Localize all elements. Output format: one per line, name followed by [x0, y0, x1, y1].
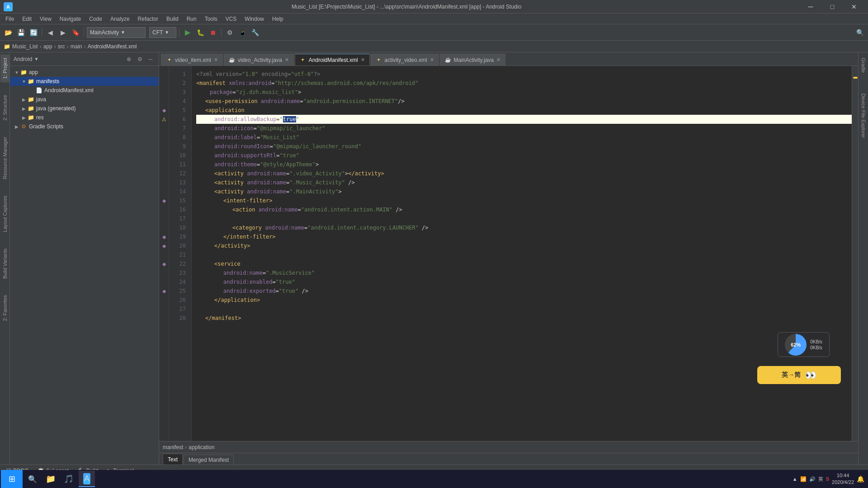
code-content[interactable]: <?xml version="1.0" encoding="utf-8"?> <… [192, 66, 852, 441]
toolbar-sync-btn[interactable]: 🔄 [28, 27, 39, 38]
menu-navigate[interactable]: Navigate [56, 15, 85, 23]
code-text-23: android:name=".MusicService" [196, 268, 315, 277]
tray-arrow[interactable]: ▲ [793, 476, 797, 482]
toolbar-back-btn[interactable]: ◀ [45, 27, 56, 38]
window-controls: ─ □ ✕ [800, 0, 864, 14]
avd-btn[interactable]: 📱 [237, 27, 248, 38]
translate-widget[interactable]: 英→简 👀 [757, 366, 841, 384]
tab-merged-manifest[interactable]: Merged Manifest [184, 455, 234, 465]
folder-icon-app: 📁 [20, 69, 27, 76]
tab-close-androidmanifest[interactable]: ✕ [361, 57, 365, 63]
sidebar-tab-structure[interactable]: 2: Structure [0, 91, 9, 124]
breadcrumb-src[interactable]: src [58, 43, 65, 50]
sidebar-tab-project[interactable]: 1: Project [0, 54, 9, 82]
device-file-tab-btn[interactable]: Device File Explorer [859, 90, 868, 141]
bottom-path-application[interactable]: application [189, 444, 214, 450]
project-dropdown-icon[interactable]: ▼ [34, 56, 38, 61]
taskbar-file-explorer[interactable]: 📁 [42, 471, 59, 487]
menu-analyze[interactable]: Analyze [107, 15, 133, 23]
tray-lang[interactable]: 英 [818, 476, 823, 483]
run-button[interactable]: ▶ [182, 27, 193, 38]
tree-item-gradle-scripts[interactable]: ▶ ⚙ Gradle Scripts [10, 122, 159, 131]
tab-video-item-xml[interactable]: ✦ video_item.xml ✕ [161, 54, 223, 66]
sdk-btn[interactable]: 🔧 [250, 27, 260, 38]
tree-item-java-gen[interactable]: ▶ 📁 java (generated) [10, 104, 159, 113]
code-text-7: android:icon="@mipmap/ic_launcher" [196, 124, 326, 133]
project-collapse-btn[interactable]: ─ [146, 55, 155, 64]
sidebar-tab-captures[interactable]: Layout Captures [0, 192, 9, 236]
menu-edit[interactable]: Edit [19, 15, 35, 23]
close-button[interactable]: ✕ [844, 0, 864, 14]
tab-androidmanifest-xml[interactable]: ✦ AndroidManifest.xml ✕ [295, 54, 370, 66]
code-line-28: </manifest> [196, 314, 852, 323]
sidebar-tab-resource[interactable]: Resource Manager [0, 133, 9, 183]
tab-mainactivity-java[interactable]: ☕ MainActivity.java ✕ [440, 54, 505, 66]
code-editor[interactable]: ◆ ⚠ ◆ ◆ ◆ ◆ ◆ [159, 66, 858, 441]
sidebar-tab-build-variants[interactable]: Build Variants [0, 245, 9, 282]
minimize-button[interactable]: ─ [800, 0, 821, 14]
sync-gradle-btn[interactable]: ⚙ [224, 27, 235, 38]
menu-view[interactable]: View [36, 15, 55, 23]
start-button[interactable]: ⊞ [1, 470, 23, 488]
toolbar-bookmark-btn[interactable]: 🔖 [70, 27, 81, 38]
tab-activity-video-xml[interactable]: ✦ activity_video.xml ✕ [371, 54, 439, 66]
toolbar-forward-btn[interactable]: ▶ [57, 27, 68, 38]
menu-window[interactable]: Window [241, 15, 268, 23]
menu-bar: File Edit View Navigate Code Analyze Ref… [0, 14, 868, 24]
maximize-button[interactable]: □ [822, 0, 843, 14]
menu-tools[interactable]: Tools [201, 15, 221, 23]
menu-run[interactable]: Run [183, 15, 200, 23]
project-panel: Android ▼ ⊕ ⚙ ─ ▼ 📁 app ▼ 📁 manife [10, 52, 159, 465]
sidebar-tab-favorites[interactable]: 2: Favorites [0, 291, 9, 324]
menu-build[interactable]: Build [163, 15, 182, 23]
tab-close-video-item[interactable]: ✕ [214, 57, 218, 63]
menu-refactor[interactable]: Refactor [134, 15, 162, 23]
project-locate-btn[interactable]: ⊕ [124, 55, 133, 64]
project-settings-btn[interactable]: ⚙ [135, 55, 144, 64]
code-text-5: <application [196, 106, 245, 115]
search-everywhere-btn[interactable]: 🔍 [854, 27, 865, 38]
toolbar-save-btn[interactable]: 💾 [15, 27, 26, 38]
menu-code[interactable]: Code [85, 15, 106, 23]
breadcrumb-music-list[interactable]: Music_List [12, 43, 38, 50]
gutter-5: ◆ [159, 106, 169, 115]
menu-vcs[interactable]: VCS [222, 15, 241, 23]
breadcrumb-main[interactable]: main [71, 43, 82, 50]
bottom-path-manifest[interactable]: manifest [163, 444, 183, 450]
taskbar-android-studio[interactable]: A [79, 471, 95, 487]
file-explorer-icon: 📁 [46, 474, 56, 484]
breadcrumb-app[interactable]: app [43, 43, 52, 50]
tab-close-activity-video[interactable]: ✕ [430, 57, 434, 63]
breadcrumb-file: AndroidManifest.xml [88, 43, 137, 50]
tree-item-app[interactable]: ▼ 📁 app [10, 68, 159, 77]
menu-help[interactable]: Help [269, 15, 287, 23]
tab-video-activity-java[interactable]: ☕ video_Activity.java ✕ [224, 54, 294, 66]
gradle-tab-btn[interactable]: Gradle [859, 54, 868, 76]
search-button[interactable]: 🔍 [24, 471, 41, 487]
code-text-2: <manifest xmlns:android="http://schemas.… [196, 79, 418, 88]
gutter-15: ◆ [159, 196, 169, 205]
gutter-21 [159, 250, 169, 259]
tree-item-res[interactable]: ▶ 📁 res [10, 113, 159, 122]
tree-item-java[interactable]: ▶ 📁 java [10, 95, 159, 104]
java-file-icon2: ☕ [445, 57, 451, 63]
tab-text[interactable]: Text [163, 454, 183, 465]
menu-file[interactable]: File [2, 15, 18, 23]
stop-button[interactable]: ⏹ [208, 27, 218, 38]
tree-item-manifests[interactable]: ▼ 📁 manifests [10, 77, 159, 86]
taskbar-app1[interactable]: 🎵 [61, 471, 77, 487]
toolbar: 📂 💾 🔄 ◀ ▶ 🔖 MainActivity ▼ CFT ▼ ▶ 🐛 ⏹ ⚙… [0, 24, 868, 41]
debug-button[interactable]: 🐛 [195, 27, 206, 38]
run-config-caret: ▼ [121, 30, 125, 35]
cft-combo[interactable]: CFT ▼ [149, 27, 176, 38]
code-text-25: android:exported="true" /> [196, 286, 308, 296]
tab-close-video-activity[interactable]: ✕ [285, 57, 289, 63]
line-num-20: 20 [169, 241, 189, 250]
toolbar-open-btn[interactable]: 📂 [3, 27, 14, 38]
right-panel-tabs: Gradle Device File Explorer [858, 52, 868, 465]
project-header: Android ▼ ⊕ ⚙ ─ [10, 52, 159, 66]
tree-item-androidmanifest[interactable]: 📄 AndroidManifest.xml [10, 86, 159, 95]
tab-close-mainactivity[interactable]: ✕ [496, 57, 500, 63]
notification-icon[interactable]: 🔔 [857, 475, 864, 483]
run-config-combo[interactable]: MainActivity ▼ [87, 27, 146, 38]
